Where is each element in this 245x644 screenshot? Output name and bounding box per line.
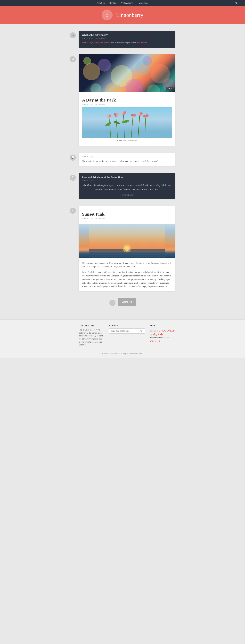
post-standard: ≡ Sunset Pink JULY 7, 2011 · 1 COMMENT (70, 206, 175, 292)
post-4-source: — WORDPRESS (82, 194, 172, 196)
site-logo: ⌂ (102, 10, 113, 20)
older-posts-button[interactable]: Older posts (118, 298, 135, 306)
main-content: 🔗 What's the Difference? JULY 7, 2011 / … (70, 24, 175, 320)
post-card-2: Bokeh A Day at the Park JULY 7, 2011 · 1… (79, 54, 175, 146)
tag-kids[interactable]: kids (158, 333, 163, 336)
svg-line-13 (116, 116, 118, 138)
post-3-body: My favorite ice cream flavor is strawber… (82, 160, 172, 163)
svg-line-16 (138, 115, 140, 138)
post-2-meta: JULY 7, 2011 · 1 COMMENT (82, 104, 172, 106)
post-image-gallery: 🖼 Bokeh (70, 54, 175, 146)
post-aside: 💬 JULY 7, 2011 My favorite ice cream fla… (70, 153, 175, 166)
svg-point-1 (98, 59, 111, 72)
tag-vanilla[interactable]: vanilla (150, 339, 160, 343)
post-1-link-body: The differences explained at (110, 41, 136, 44)
site-header: ⌂ Lingonberry (0, 6, 245, 24)
footer-col-about: LINGONBERRY This is a text widget in the… (79, 325, 104, 346)
post-2-title: A Day at the Park (82, 98, 172, 103)
post-5-body1: The new common language will be more sim… (82, 262, 172, 268)
image-icon: 🖼 (72, 58, 74, 60)
svg-point-34 (139, 112, 143, 115)
home-icon: ⌂ (106, 12, 109, 18)
circle-icon: ○ (112, 302, 113, 304)
footer-search-form: 🔍 (109, 328, 145, 334)
timeline-icon-link: 🔗 (70, 32, 76, 38)
svg-point-20 (121, 119, 129, 124)
post-card-5: Sunset Pink JULY 7, 2011 · 1 COMMENT (79, 206, 175, 292)
svg-point-38 (143, 115, 146, 117)
svg-point-43 (124, 246, 129, 251)
footer-col-tags: TAGS talks about chocolate crafty kids m… (150, 325, 175, 346)
svg-point-37 (145, 114, 149, 117)
timeline-icon-older: ○ (109, 300, 116, 306)
sunset-svg (79, 224, 175, 258)
footer-search-input[interactable] (109, 329, 138, 333)
sunset-image (79, 224, 175, 258)
post-4-quote: WordPress is web software you can use to… (82, 183, 172, 192)
svg-point-26 (114, 113, 116, 116)
nav-about[interactable]: About Me (96, 2, 105, 4)
flower-caption: A beautiful, sunny day. (82, 138, 172, 143)
quote-icon: " (72, 176, 74, 179)
svg-point-31 (133, 114, 136, 117)
nav-contact[interactable]: Contact (109, 2, 116, 4)
footer-col1-title: LINGONBERRY (79, 325, 104, 327)
svg-point-23 (107, 115, 109, 117)
svg-line-14 (124, 114, 124, 138)
tag-crafty[interactable]: crafty (150, 333, 157, 336)
svg-point-5 (90, 83, 101, 92)
svg-point-32 (131, 114, 133, 116)
timeline-icon-standard: ≡ (70, 208, 76, 214)
flower-image (82, 107, 172, 138)
tag-theme[interactable]: theme (164, 337, 169, 339)
bokeh-label: Bokeh (166, 87, 173, 90)
chat-icon: 💬 (72, 156, 74, 159)
tag-talks[interactable]: talks about (150, 330, 158, 332)
main-nav: About Me Contact Photo Albums ▾ Mileston… (0, 0, 245, 6)
svg-point-29 (121, 112, 124, 114)
post-quote: " Free and Priceless at the Same Time JU… (70, 173, 175, 199)
svg-point-35 (137, 112, 140, 115)
svg-point-11 (143, 56, 152, 66)
timeline-icon-quote: " (70, 174, 76, 181)
tag-chocolate[interactable]: chocolate (159, 328, 175, 332)
post-1-meta: JULY 7, 2011 / 2 COMMENTS (82, 38, 172, 39)
bokeh-svg (79, 54, 175, 92)
post-card-1: What's the Difference? JULY 7, 2011 / 2 … (79, 30, 175, 48)
svg-point-18 (105, 122, 112, 127)
flower-svg (91, 107, 163, 138)
footer-search-button[interactable]: 🔍 (138, 329, 145, 334)
footer-bottom: Create a free website or blog at WordPre… (0, 350, 245, 355)
svg-point-28 (123, 111, 126, 114)
footer-col3-title: TAGS (150, 325, 175, 327)
post-card-4: Free and Priceless at the Same Time JULY… (79, 173, 175, 199)
svg-line-12 (109, 118, 111, 138)
nav-photo-albums[interactable]: Photo Albums (120, 2, 133, 4)
timeline-icon-image: 🖼 (70, 56, 76, 62)
nav-milestones[interactable]: Milestones (139, 2, 148, 4)
post-1-link[interactable]: Ice Cream, Sherbet, and Sorbet: (82, 41, 110, 44)
post-1-title: What's the Difference? (82, 34, 172, 36)
svg-point-0 (83, 63, 100, 80)
post-5-meta: JULY 7, 2011 · 1 COMMENT (82, 218, 172, 220)
link-icon: 🔗 (72, 34, 74, 37)
post-5-body2: To an English person, it will seem like … (82, 270, 172, 288)
older-posts-wrapper: ○ Older posts (70, 298, 175, 306)
post-card-3: JULY 7, 2011 My favorite ice cream flavo… (79, 153, 175, 166)
footer: LINGONBERRY This is a text widget in the… (0, 320, 245, 358)
nav-search-icon[interactable]: 🔍 (235, 2, 238, 4)
svg-line-15 (131, 117, 133, 138)
lines-icon: ≡ (72, 209, 74, 212)
svg-point-10 (83, 57, 91, 64)
post-4-title: Free and Priceless at the Same Time (82, 176, 172, 179)
post-1-source[interactable]: Bon Appétit (136, 41, 147, 44)
post-4-meta: JULY 7, 2011 (82, 180, 172, 182)
svg-line-17 (145, 118, 146, 138)
footer-tags-list: talks about chocolate crafty kids milest… (150, 328, 175, 343)
post-5-title: Sunset Pink (82, 212, 172, 217)
footer-col2-title: SEARCH (109, 325, 145, 327)
dropdown-icon: ▾ (134, 2, 135, 4)
footer-col1-text: This is a text widget in the footer area… (79, 328, 104, 346)
tag-milestones[interactable]: milestones events (150, 337, 163, 339)
footer-col-search: SEARCH 🔍 (109, 325, 145, 346)
